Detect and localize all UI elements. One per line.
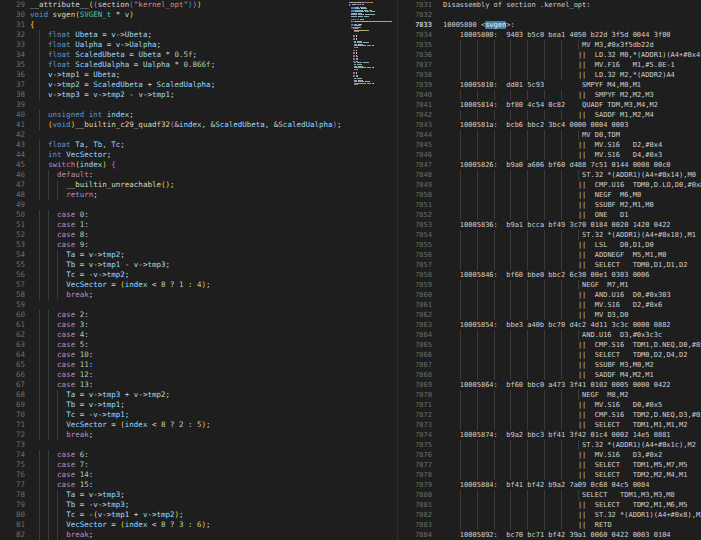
code-line[interactable]: case 0: [30, 210, 347, 220]
disasm-line[interactable]: 10005836: b9a1 bcca bf49 3c70 0184 0020 … [443, 220, 701, 230]
disasm-line[interactable]: || CMP.U16 TDM0,D.LO,D0,#0x8 [443, 180, 701, 190]
line-number[interactable]: 7865 [398, 340, 432, 350]
line-number[interactable]: 7867 [398, 360, 432, 370]
code-line[interactable]: break; [30, 430, 347, 440]
code-line[interactable]: Ta = v->tmp2; [30, 250, 347, 260]
line-number[interactable]: 7856 [398, 250, 432, 260]
line-number[interactable]: 7861 [398, 300, 432, 310]
code-line[interactable] [30, 300, 347, 310]
line-number[interactable]: 7863 [398, 320, 432, 330]
line-number[interactable]: 7837 [398, 60, 432, 70]
code-line[interactable]: case 12: [30, 370, 347, 380]
code-line[interactable]: case 15: [30, 480, 347, 490]
disasm-line[interactable]: 10005810: dd01 5c93 SMPYF M4,M0,M1 [443, 80, 701, 90]
code-line[interactable] [30, 100, 347, 110]
line-number[interactable]: 7845 [398, 140, 432, 150]
line-number[interactable]: 67 [0, 380, 25, 390]
line-number[interactable]: 54 [0, 250, 25, 260]
disasm-line[interactable]: || SELECT TDM0,D2,D4,D2 [443, 350, 701, 360]
line-number[interactable]: 50 [0, 210, 25, 220]
line-number[interactable]: 7862 [398, 310, 432, 320]
line-number[interactable]: 7844 [398, 130, 432, 140]
disasm-line[interactable]: 10005846: bf60 bbe0 bbc2 6c30 00e1 0303 … [443, 270, 701, 280]
disasm-line[interactable]: || LD.32 M2,*(ADDR2)A4 [443, 70, 701, 80]
code-line[interactable]: int VecSector; [30, 150, 347, 160]
disasm-line[interactable]: 10005864: bf60 bbc0 a473 3f41 0102 0005 … [443, 380, 701, 390]
disasm-line[interactable]: || MV.S16 D4,#0x3 [443, 150, 701, 160]
line-number[interactable]: 7835 [398, 40, 432, 50]
line-number[interactable]: 7866 [398, 350, 432, 360]
line-number[interactable]: 7857 [398, 260, 432, 270]
line-number[interactable]: 7838 [398, 70, 432, 80]
disasm-line[interactable]: || SELECT TDM1,M1,M1,M2 [443, 420, 701, 430]
code-line[interactable]: return; [30, 190, 347, 200]
line-number[interactable]: 7847 [398, 160, 432, 170]
disasm-line[interactable]: || SELECT TDM2,M2,M4,M1 [443, 470, 701, 480]
code-line[interactable]: VecSector = (index < 8 ? 1 : 4); [30, 280, 347, 290]
code-line[interactable]: unsigned int index; [30, 110, 347, 120]
disasm-line[interactable]: 10005814: bf80 4c54 0c82 QUADF TDM,M3,M4… [443, 100, 701, 110]
code-line[interactable]: Tc = -v->tmp1; [30, 410, 347, 420]
line-number[interactable]: 82 [0, 530, 25, 540]
line-number[interactable]: 7859 [398, 280, 432, 290]
line-number[interactable]: 7878 [398, 470, 432, 480]
disasm-line[interactable]: 10005800 <svgen>: [443, 20, 701, 30]
code-line[interactable]: Tc = -v->tmp2; [30, 270, 347, 280]
disasm-line[interactable]: || SSUBF M2,M1,M0 [443, 200, 701, 210]
code-line[interactable]: float Ualpha = v->Ualpha; [30, 40, 347, 50]
disasm-line[interactable]: || SELECT TDM0,D1,D1,D2 [443, 260, 701, 270]
line-number[interactable]: 69 [0, 400, 25, 410]
line-number[interactable]: 7836 [398, 50, 432, 60]
code-line[interactable]: switch(index) { [30, 160, 347, 170]
line-number[interactable]: 7839 [398, 80, 432, 90]
code-line[interactable]: case 8: [30, 230, 347, 240]
line-number[interactable]: 79 [0, 500, 25, 510]
line-number[interactable]: 7843 [398, 120, 432, 130]
code-line[interactable]: case 2: [30, 310, 347, 320]
code-line[interactable]: Ta = v->tmp3 + v->tmp2; [30, 390, 347, 400]
disasm-line[interactable]: MV D0,TDM [443, 130, 701, 140]
line-number[interactable]: 48 [0, 190, 25, 200]
line-number[interactable]: 7882 [398, 510, 432, 520]
line-number[interactable]: 7855 [398, 240, 432, 250]
line-number[interactable]: 74 [0, 450, 25, 460]
line-number[interactable]: 7831 [398, 0, 432, 10]
disasm-line[interactable]: || MV.S16 D2,#0x6 [443, 300, 701, 310]
disasm-line[interactable]: || ONE D1 [443, 210, 701, 220]
disasm-line[interactable]: || ST.32 *(ADDR1)(A4+#0x8),M2 [443, 510, 701, 520]
disasm-line[interactable]: Disassembly of section .kernel_opt: [443, 0, 701, 10]
line-number[interactable]: 7851 [398, 200, 432, 210]
line-number[interactable]: 73 [0, 440, 25, 450]
disasm-line[interactable]: 10005892: bc70 bc71 bf42 39a1 0060 0422 … [443, 530, 701, 540]
line-number[interactable]: 68 [0, 390, 25, 400]
line-number[interactable]: 7853 [398, 220, 432, 230]
disasm-line[interactable]: ST.32 *(ADDR1)(A4+#0x1c),M2 [443, 440, 701, 450]
line-number[interactable]: 7879 [398, 480, 432, 490]
code-line[interactable]: Tb = v->tmp1 - v->tmp3; [30, 260, 347, 270]
code-line[interactable]: Tc = -(v->tmp1 + v->tmp2); [30, 510, 347, 520]
line-number[interactable]: 75 [0, 460, 25, 470]
code-line[interactable]: Tb = -v->tmp3; [30, 500, 347, 510]
line-number[interactable]: 44 [0, 150, 25, 160]
line-number[interactable]: 70 [0, 410, 25, 420]
code-line[interactable]: break; [30, 530, 347, 540]
code-line[interactable]: VecSector = (index < 8 ? 2 : 5); [30, 420, 347, 430]
line-number[interactable]: 7873 [398, 420, 432, 430]
line-number[interactable]: 7872 [398, 410, 432, 420]
code-line[interactable]: Ta = v->tmp3; [30, 490, 347, 500]
code-line[interactable]: case 3: [30, 320, 347, 330]
line-number[interactable]: 72 [0, 430, 25, 440]
disasm-line[interactable]: || MV D3,D0 [443, 310, 701, 320]
line-number[interactable]: 42 [0, 130, 25, 140]
line-number[interactable]: 43 [0, 140, 25, 150]
disasm-line[interactable]: ST.32 *(ADDR1)(A4+#0x14),M0 [443, 170, 701, 180]
disasm-line[interactable]: 10005884: bf41 bf42 b9a2 7a09 0c68 04c5 … [443, 480, 701, 490]
line-number[interactable]: 32 [0, 30, 25, 40]
disasm-line[interactable]: || SELECT TDM2,M1,M6,M5 [443, 500, 701, 510]
disasm-line[interactable]: || SMPYF M2,M2,M3 [443, 90, 701, 100]
line-number[interactable]: 7870 [398, 390, 432, 400]
line-number[interactable]: 7858 [398, 270, 432, 280]
line-number[interactable]: 7874 [398, 430, 432, 440]
line-number[interactable]: 56 [0, 270, 25, 280]
disasm-line[interactable]: || CMP.S16 TDM2,D.NEQ,D3,#0x0 [443, 410, 701, 420]
